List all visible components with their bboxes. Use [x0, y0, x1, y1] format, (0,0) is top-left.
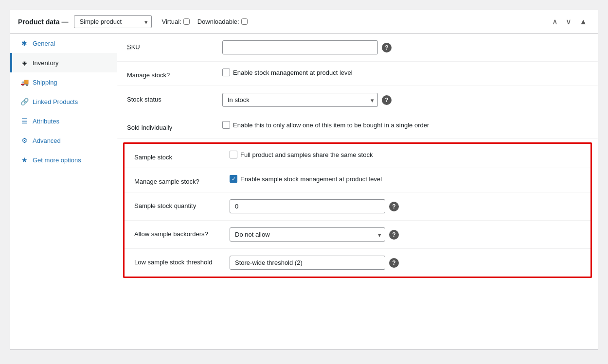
sidebar-item-general-label: General: [33, 40, 55, 47]
sold-individually-row: Sold individually Enable this to only al…: [117, 114, 598, 139]
manage-stock-row: Manage stock? Enable stock management at…: [117, 62, 598, 86]
shipping-icon: 🚚: [20, 78, 29, 86]
sample-stock-row: Sample stock Full product and samples sh…: [125, 144, 590, 168]
sidebar-item-get-more-options-label: Get more options: [33, 156, 81, 164]
manage-sample-stock-checkbox-row: ✓ Enable sample stock management at prod…: [230, 175, 382, 183]
manage-sample-stock-label: Manage sample stock?: [134, 175, 222, 185]
sold-individually-label: Sold individually: [127, 121, 215, 131]
sidebar-item-attributes[interactable]: ☰ Attributes: [10, 111, 117, 131]
sidebar-item-inventory[interactable]: ◈ Inventory: [10, 53, 117, 72]
sample-stock-label: Sample stock: [134, 151, 222, 161]
manage-stock-label: Manage stock?: [127, 69, 215, 79]
link-icon: 🔗: [20, 98, 29, 105]
sample-stock-checkbox[interactable]: [230, 151, 237, 158]
manage-sample-stock-checkbox[interactable]: ✓: [230, 175, 237, 183]
panel-header: Product data — Simple product Virtual: D…: [10, 10, 598, 34]
panel-title: Product data —: [18, 18, 68, 26]
virtual-checkbox[interactable]: [183, 18, 190, 25]
stock-status-row: Stock status In stock Out of stock On ba…: [117, 86, 598, 114]
sku-help-icon[interactable]: ?: [382, 43, 392, 52]
sold-individually-checkbox-row: Enable this to only allow one of this it…: [222, 121, 429, 129]
stock-status-control: In stock Out of stock On backorder ?: [222, 93, 588, 107]
expand-button[interactable]: ▲: [576, 16, 590, 27]
sample-stock-quantity-label: Sample stock quantity: [134, 199, 222, 209]
sidebar-item-inventory-label: Inventory: [33, 59, 58, 67]
manage-stock-checkbox-row: Enable stock management at product level: [222, 69, 353, 76]
stock-status-select[interactable]: In stock Out of stock On backorder: [222, 93, 378, 107]
low-sample-stock-threshold-control: ?: [230, 256, 581, 270]
sample-stock-quantity-help-icon[interactable]: ?: [389, 202, 399, 211]
manage-sample-stock-control: ✓ Enable sample stock management at prod…: [230, 175, 581, 183]
header-checkboxes: Virtual: Downloadable:: [161, 18, 247, 25]
sidebar-item-linked-products-label: Linked Products: [33, 98, 78, 105]
sidebar-item-attributes-label: Attributes: [33, 118, 59, 125]
stock-status-help-icon[interactable]: ?: [382, 95, 392, 105]
highlighted-section: Sample stock Full product and samples sh…: [123, 142, 592, 278]
downloadable-label[interactable]: Downloadable:: [197, 18, 248, 25]
inventory-icon: ◈: [20, 59, 29, 67]
low-sample-stock-threshold-input[interactable]: [230, 256, 385, 270]
stock-status-label: Stock status: [127, 93, 215, 103]
low-sample-stock-threshold-help-icon[interactable]: ?: [389, 258, 399, 268]
sample-stock-quantity-input[interactable]: [230, 199, 385, 213]
sold-individually-checkbox[interactable]: [222, 121, 230, 129]
manage-stock-checkbox-label: Enable stock management at product level: [233, 69, 353, 76]
content-area: SKU ? Manage stock? Enable stock managem…: [117, 34, 598, 349]
panel-body: ✱ General ◈ Inventory 🚚 Shipping 🔗 Linke…: [10, 34, 598, 349]
collapse-up-button[interactable]: ∧: [549, 16, 561, 27]
sidebar-item-general[interactable]: ✱ General: [10, 34, 117, 53]
header-actions: ∧ ∨ ▲: [549, 16, 590, 27]
sold-individually-checkbox-label: Enable this to only allow one of this it…: [233, 121, 429, 129]
sample-stock-control: Full product and samples share the same …: [230, 151, 581, 158]
sold-individually-control: Enable this to only allow one of this it…: [222, 121, 588, 129]
allow-sample-backorders-select[interactable]: Do not allow Allow, but notify customer …: [230, 227, 385, 242]
low-sample-stock-threshold-label: Low sample stock threshold: [134, 256, 222, 266]
manage-stock-checkbox[interactable]: [222, 69, 230, 76]
gear-icon: ⚙: [20, 137, 29, 144]
sku-label: SKU: [127, 40, 215, 51]
sample-stock-quantity-row: Sample stock quantity ?: [125, 192, 590, 221]
allow-sample-backorders-label: Allow sample backorders?: [134, 227, 222, 238]
stock-status-select-wrapper: In stock Out of stock On backorder: [222, 93, 378, 107]
attributes-icon: ☰: [20, 117, 29, 125]
sidebar-item-advanced-label: Advanced: [33, 137, 61, 144]
sidebar-item-shipping[interactable]: 🚚 Shipping: [10, 72, 117, 92]
product-data-panel: Product data — Simple product Virtual: D…: [10, 10, 598, 350]
downloadable-checkbox[interactable]: [241, 18, 248, 25]
allow-sample-backorders-select-wrapper: Do not allow Allow, but notify customer …: [230, 227, 385, 242]
sample-stock-checkbox-label: Full product and samples share the same …: [240, 151, 373, 158]
sidebar-item-advanced[interactable]: ⚙ Advanced: [10, 131, 117, 150]
sidebar-item-get-more-options[interactable]: ★ Get more options: [10, 150, 117, 170]
allow-sample-backorders-row: Allow sample backorders? Do not allow Al…: [125, 221, 590, 249]
sku-control: ?: [222, 40, 588, 54]
product-type-wrapper: Simple product: [74, 15, 152, 28]
manage-sample-stock-checkbox-label: Enable sample stock management at produc…: [240, 175, 382, 183]
virtual-label[interactable]: Virtual:: [161, 18, 189, 25]
sku-row: SKU ?: [117, 34, 598, 62]
sidebar-item-linked-products[interactable]: 🔗 Linked Products: [10, 92, 117, 111]
collapse-down-button[interactable]: ∨: [563, 16, 574, 27]
star-icon: ★: [20, 156, 29, 164]
manage-stock-control: Enable stock management at product level: [222, 69, 588, 76]
allow-sample-backorders-help-icon[interactable]: ?: [389, 230, 399, 240]
product-type-select[interactable]: Simple product: [74, 15, 152, 28]
sample-stock-checkbox-row: Full product and samples share the same …: [230, 151, 373, 158]
allow-sample-backorders-control: Do not allow Allow, but notify customer …: [230, 227, 581, 242]
sku-input[interactable]: [222, 40, 378, 54]
sidebar: ✱ General ◈ Inventory 🚚 Shipping 🔗 Linke…: [10, 34, 117, 349]
manage-sample-stock-row: Manage sample stock? ✓ Enable sample sto…: [125, 168, 590, 192]
low-sample-stock-threshold-row: Low sample stock threshold ?: [125, 249, 590, 277]
sample-stock-quantity-control: ?: [230, 199, 581, 213]
wrench-icon: ✱: [20, 39, 29, 47]
sidebar-item-shipping-label: Shipping: [33, 79, 57, 86]
